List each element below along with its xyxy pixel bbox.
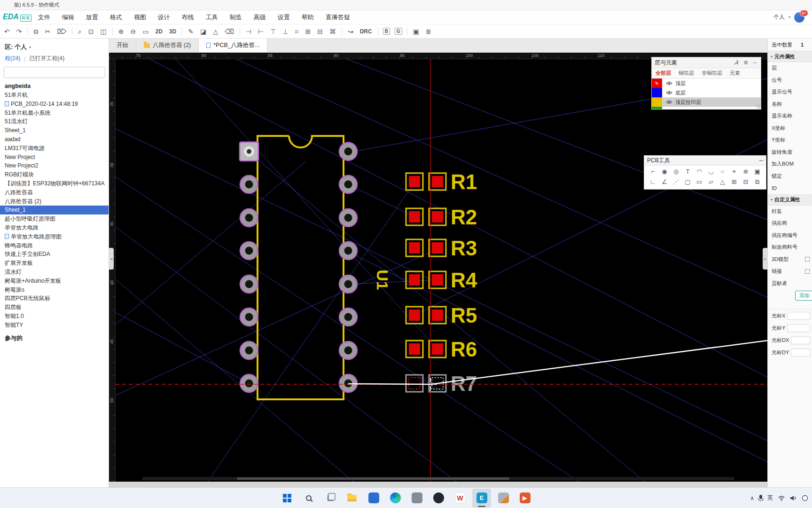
app-dark-icon[interactable] xyxy=(429,489,448,508)
layers-tab[interactable]: 元素 xyxy=(726,68,744,78)
ic-silkscreen-outline[interactable] xyxy=(258,136,344,399)
property-row[interactable]: 供应商编号 xyxy=(768,230,812,242)
delete-route-icon[interactable]: ⌫ xyxy=(221,25,237,38)
zoom-selection-icon[interactable]: ▭ xyxy=(139,25,152,38)
resistor-refdes-label[interactable]: R5 xyxy=(451,304,477,327)
project-item[interactable]: 四层PCB无线鼠标 xyxy=(0,294,109,303)
highlight-net-icon[interactable]: △ xyxy=(210,25,221,38)
zoom-in-icon[interactable]: ⊕ xyxy=(115,25,127,38)
rightbar-collapse-handle[interactable]: ▸ xyxy=(763,248,767,270)
align-left-icon[interactable]: ⊣ xyxy=(242,25,255,38)
menu-item[interactable]: 视图 xyxy=(134,13,146,22)
resistor-refdes-label[interactable]: R1 xyxy=(451,170,477,193)
edge-icon[interactable] xyxy=(386,489,405,508)
placing-pad[interactable] xyxy=(409,378,420,389)
menu-item[interactable]: 直播答疑 xyxy=(326,13,350,22)
pan-icon[interactable]: ◫ xyxy=(97,25,110,38)
notification-icon[interactable] xyxy=(802,495,808,501)
pad-tool-icon[interactable]: ◉ xyxy=(659,168,671,175)
minimize-panel-icon[interactable]: ─ xyxy=(759,157,763,164)
document-tab[interactable]: *PCB_八路抢答... xyxy=(199,39,267,52)
resistor-pad[interactable] xyxy=(432,211,443,222)
tray-expand-icon[interactable]: ∧ xyxy=(750,495,754,501)
text-tool-icon[interactable]: T xyxy=(682,168,694,175)
search-icon[interactable] xyxy=(299,489,318,508)
property-row[interactable]: 层 xyxy=(768,62,812,74)
avatar[interactable]: 9+ xyxy=(794,12,804,23)
property-action-icon[interactable] xyxy=(805,269,810,274)
layers-tab[interactable]: 非铜箔层 xyxy=(698,68,726,78)
hole-tool-icon[interactable]: ⊕ xyxy=(740,168,752,175)
app-logo[interactable]: EDA 标准 xyxy=(3,13,31,22)
project-item[interactable]: 树莓派s xyxy=(0,286,109,294)
grid-settings-icon[interactable]: G xyxy=(395,28,402,35)
tab-open-projects[interactable]: 已打开工程(4) xyxy=(29,55,64,63)
menu-item[interactable]: 工具 xyxy=(206,13,218,22)
project-item[interactable]: 51单片机 xyxy=(0,91,109,100)
project-item[interactable]: LM317可调电源 xyxy=(0,144,109,153)
property-row[interactable]: 名称 xyxy=(768,98,812,111)
menu-item[interactable]: 设置 xyxy=(278,13,290,22)
layer-color-swatch[interactable] xyxy=(652,88,662,97)
board-outline-icon[interactable]: B xyxy=(383,28,390,35)
property-action-icon[interactable] xyxy=(805,257,810,262)
project-item[interactable]: 蜂鸣器电路 xyxy=(0,241,109,250)
arc-center-tool-icon[interactable]: ◡ xyxy=(705,168,717,175)
notification-badge[interactable]: 9+ xyxy=(800,10,808,16)
grid-tool-icon[interactable]: ⊞ xyxy=(728,178,740,186)
app-gray-icon[interactable] xyxy=(407,489,426,508)
copper-area-tool-icon[interactable]: ▭ xyxy=(694,178,705,186)
via-tool-icon[interactable]: ◎ xyxy=(670,168,682,175)
redo-icon[interactable]: ↷ xyxy=(13,25,25,38)
distribute-horizontal-icon[interactable]: ⊞ xyxy=(302,25,314,38)
layers-panel-header[interactable]: 层与元素 ⚙ ─ xyxy=(652,57,761,68)
input-language[interactable]: 英 xyxy=(767,494,773,502)
project-item[interactable]: 智能TY xyxy=(0,321,109,330)
sidebar-collapse-handle[interactable]: ◂ xyxy=(109,248,114,270)
route-icon[interactable]: ✎ xyxy=(185,25,197,38)
utility-app-icon[interactable] xyxy=(494,489,513,508)
eraser-icon[interactable]: ◪ xyxy=(197,25,210,38)
menu-item[interactable]: 编辑 xyxy=(62,13,74,22)
undo-icon[interactable]: ↶ xyxy=(1,25,13,38)
ic-refdes-label[interactable]: U1 xyxy=(374,270,391,290)
zoom-window-icon[interactable]: ⊡ xyxy=(85,25,97,38)
layer-color-swatch[interactable] xyxy=(652,97,662,107)
resistor-refdes-label[interactable]: R4 xyxy=(451,269,477,292)
project-item[interactable]: 树莓派+Arduino开发板 xyxy=(0,277,109,286)
project-item[interactable]: New Project xyxy=(0,153,109,162)
resistor-pad[interactable] xyxy=(409,176,420,187)
resistor-pad[interactable] xyxy=(409,242,420,254)
resistor-pad[interactable] xyxy=(432,274,443,286)
start-icon[interactable] xyxy=(278,489,297,508)
layer-row[interactable]: ✎顶层 xyxy=(652,79,761,88)
property-row[interactable]: Y坐标 xyxy=(768,134,812,146)
resistor-pad[interactable] xyxy=(409,211,420,222)
align-top-icon[interactable]: ⊤ xyxy=(267,25,279,38)
property-row[interactable]: 制造商料号 xyxy=(768,241,812,254)
add-property-button[interactable]: 添加 xyxy=(795,291,812,301)
zoom-out-icon[interactable]: ⊖ xyxy=(127,25,140,38)
solid-region-tool-icon[interactable]: ▱ xyxy=(705,178,717,186)
orange-app-icon[interactable]: ▶ xyxy=(515,489,534,508)
menu-item[interactable]: 帮助 xyxy=(302,13,314,22)
drc-button[interactable]: DRC xyxy=(357,28,375,35)
participated-section-label[interactable]: 参与的 xyxy=(0,330,109,347)
layer-row[interactable]: 顶层丝印层 xyxy=(652,97,761,107)
project-item[interactable]: 快速上手立创EDA xyxy=(0,250,109,259)
menu-item[interactable]: 设计 xyxy=(158,13,170,22)
resistor-refdes-label[interactable]: R2 xyxy=(451,206,477,229)
resistor-pad[interactable] xyxy=(409,310,420,321)
section-custom-props[interactable]: ▾ 自定义属性 xyxy=(768,194,812,206)
line-tool-icon[interactable]: ∠ xyxy=(659,178,671,186)
menu-item[interactable]: 制造 xyxy=(230,13,242,22)
gear-icon[interactable]: ⚙ xyxy=(742,60,750,66)
search-icon[interactable]: ⌕ xyxy=(75,25,85,38)
resistor-pad[interactable] xyxy=(432,176,443,187)
hscrollbar-thumb[interactable] xyxy=(237,477,509,480)
project-item[interactable]: 八路抢答器 (2) xyxy=(0,197,109,206)
resistor-pad[interactable] xyxy=(409,343,420,355)
panelize-tool-icon[interactable]: ⊟ xyxy=(740,178,752,186)
property-row[interactable]: X坐标 xyxy=(768,122,812,135)
canvas-hscrollbar[interactable] xyxy=(142,477,734,480)
